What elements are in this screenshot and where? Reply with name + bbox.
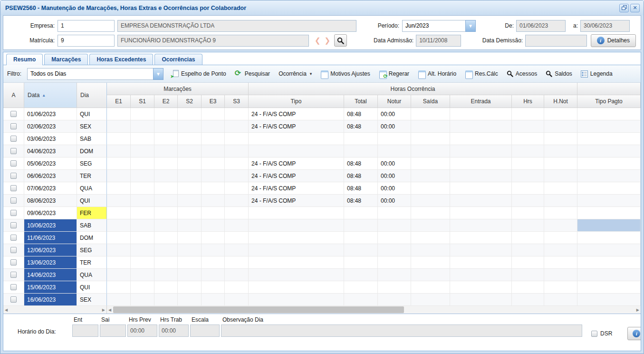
cell-a[interactable] (3, 157, 24, 170)
cell-notur[interactable] (378, 207, 411, 219)
cell-hrs[interactable] (512, 182, 544, 195)
cell-s1[interactable] (131, 219, 154, 232)
cell-e3[interactable] (202, 157, 225, 170)
cell-e1[interactable] (107, 244, 131, 256)
cell-entrada[interactable] (450, 195, 512, 207)
column-header-data[interactable]: Data▲ (24, 83, 77, 108)
cell-tipo_pagto[interactable] (577, 244, 641, 256)
cell-e2[interactable] (154, 294, 178, 306)
cell-data[interactable]: 04/06/2023 (24, 145, 77, 157)
cell-dia[interactable]: SEX (77, 294, 107, 306)
cell-hrs[interactable] (512, 133, 544, 145)
cell-a[interactable] (3, 133, 24, 145)
cell-total[interactable] (344, 219, 378, 232)
cell-hrs[interactable] (512, 244, 544, 256)
cell-notur[interactable] (378, 219, 411, 232)
cell-s3[interactable] (225, 294, 249, 306)
table-row[interactable]: 15/06/2023QUI (3, 281, 641, 294)
cell-s3[interactable] (225, 281, 249, 294)
cell-saida[interactable] (411, 256, 450, 269)
cell-s3[interactable] (225, 219, 249, 232)
cell-s1[interactable] (131, 244, 154, 256)
cell-s3[interactable] (225, 256, 249, 269)
cell-e3[interactable] (202, 244, 225, 256)
cell-notur[interactable]: 00:00 (378, 195, 411, 207)
column-header-s3[interactable]: S3 (225, 95, 249, 108)
cell-e3[interactable] (202, 294, 225, 306)
cell-hnot[interactable] (544, 281, 577, 294)
cell-notur[interactable]: 00:00 (378, 120, 411, 133)
cell-e2[interactable] (154, 120, 178, 133)
cell-saida[interactable] (411, 219, 450, 232)
cell-e3[interactable] (202, 182, 225, 195)
cell-entrada[interactable] (450, 133, 512, 145)
cell-data[interactable]: 11/06/2023 (24, 232, 77, 244)
column-header-a[interactable]: A (3, 83, 24, 108)
table-row[interactable]: 14/06/2023QUA (3, 269, 641, 281)
cell-e3[interactable] (202, 281, 225, 294)
ocorrencia-button[interactable]: Ocorrência▾ (279, 70, 312, 77)
cell-e1[interactable] (107, 145, 131, 157)
column-header-hnot[interactable]: H.Not (544, 95, 577, 108)
cell-tipo[interactable]: 24 - F/A/S COMP (249, 170, 344, 182)
table-row[interactable]: 08/06/2023QUI24 - F/A/S COMP08:4800:00 (3, 195, 641, 207)
cell-s3[interactable] (225, 145, 249, 157)
table-row[interactable]: 06/06/2023TER24 - F/A/S COMP08:4800:00 (3, 170, 641, 182)
filtro-dropdown-trigger[interactable]: ▼ (153, 68, 163, 80)
cell-e3[interactable] (202, 195, 225, 207)
cell-total[interactable] (344, 256, 378, 269)
cell-total[interactable]: 08:48 (344, 157, 378, 170)
column-header-e1[interactable]: E1 (107, 95, 131, 108)
alt-horario-button[interactable]: Alt. Horário (418, 70, 456, 78)
cell-e3[interactable] (202, 207, 225, 219)
cell-hnot[interactable] (544, 133, 577, 145)
cell-a[interactable] (3, 294, 24, 306)
cell-a[interactable] (3, 256, 24, 269)
column-header-saida[interactable]: Saída (411, 95, 450, 108)
cell-dia[interactable]: SEG (77, 244, 107, 256)
table-row[interactable]: 05/06/2023SEG24 - F/A/S COMP08:4800:00 (3, 157, 641, 170)
pesquisar-button[interactable]: Pesquisar (235, 70, 270, 78)
cell-notur[interactable]: 00:00 (378, 182, 411, 195)
tab-horas-excedentes[interactable]: Horas Excedentes (89, 54, 153, 65)
cell-s1[interactable] (131, 145, 154, 157)
row-checkbox[interactable] (10, 210, 17, 216)
cell-hnot[interactable] (544, 157, 577, 170)
cell-e1[interactable] (107, 207, 131, 219)
column-header-dia[interactable]: Dia (77, 83, 107, 108)
cell-dia[interactable]: SAB (77, 133, 107, 145)
table-row[interactable]: 01/06/2023QUI24 - F/A/S COMP08:4800:00 (3, 108, 641, 120)
cell-total[interactable] (344, 269, 378, 281)
cell-saida[interactable] (411, 269, 450, 281)
cell-notur[interactable]: 00:00 (378, 157, 411, 170)
cell-e2[interactable] (154, 145, 178, 157)
table-row[interactable]: 13/06/2023TER (3, 256, 641, 269)
cell-tipo_pagto[interactable] (577, 120, 641, 133)
table-row[interactable]: 10/06/2023SAB (3, 219, 641, 232)
cell-e1[interactable] (107, 281, 131, 294)
cell-tipo_pagto[interactable] (577, 269, 641, 281)
cell-e2[interactable] (154, 182, 178, 195)
motivos-ajustes-button[interactable]: Motivos Ajustes (320, 70, 370, 78)
cell-hnot[interactable] (544, 294, 577, 306)
cell-e2[interactable] (154, 207, 178, 219)
cell-e2[interactable] (154, 269, 178, 281)
cell-s3[interactable] (225, 157, 249, 170)
cell-notur[interactable] (378, 256, 411, 269)
cell-tipo[interactable]: 24 - F/A/S COMP (249, 120, 344, 133)
cell-entrada[interactable] (450, 108, 512, 120)
cell-tipo[interactable] (249, 207, 344, 219)
row-checkbox[interactable] (10, 185, 17, 191)
cell-s3[interactable] (225, 182, 249, 195)
row-checkbox[interactable] (10, 136, 17, 142)
cell-entrada[interactable] (450, 244, 512, 256)
row-checkbox[interactable] (10, 259, 17, 266)
cell-data[interactable]: 08/06/2023 (24, 195, 77, 207)
cell-tipo_pagto[interactable] (577, 133, 641, 145)
cell-entrada[interactable] (450, 207, 512, 219)
cell-saida[interactable] (411, 281, 450, 294)
cell-dia[interactable]: SEG (77, 157, 107, 170)
cell-s2[interactable] (178, 170, 202, 182)
cell-total[interactable] (344, 145, 378, 157)
cell-saida[interactable] (411, 133, 450, 145)
